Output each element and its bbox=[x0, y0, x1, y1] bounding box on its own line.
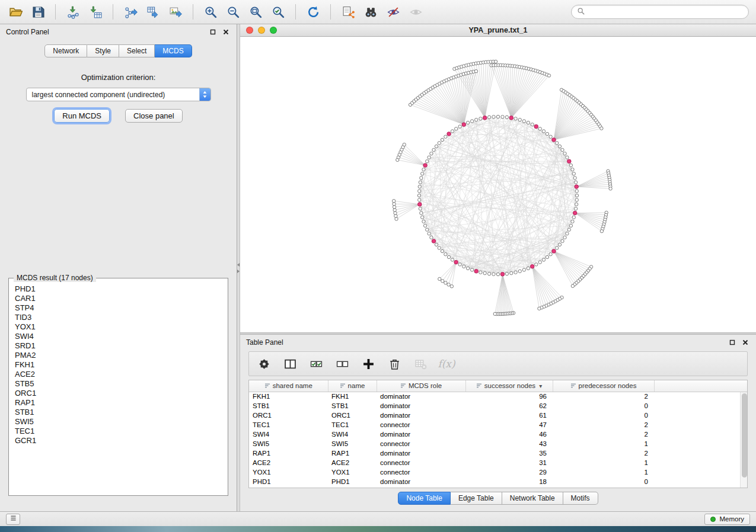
mcds-result-item[interactable]: STB1 bbox=[15, 408, 222, 417]
mcds-result-item[interactable]: PMA2 bbox=[15, 351, 222, 360]
cell-predecessor-nodes[interactable]: 2 bbox=[553, 430, 654, 439]
delete-button[interactable] bbox=[385, 355, 403, 373]
clear-table-button[interactable] bbox=[412, 355, 429, 373]
float-table-panel-button[interactable] bbox=[728, 338, 737, 347]
cell-shared-name[interactable]: FKH1 bbox=[249, 392, 328, 401]
cell-successor-nodes[interactable]: 31 bbox=[465, 458, 553, 467]
cell-name[interactable]: SWI5 bbox=[328, 439, 377, 448]
cell-successor-nodes[interactable]: 43 bbox=[465, 439, 553, 448]
tab-node-table[interactable]: Node Table bbox=[398, 492, 451, 505]
minimize-window-button[interactable] bbox=[258, 27, 265, 34]
mcds-result-item[interactable]: ORC1 bbox=[15, 389, 222, 398]
save-button[interactable] bbox=[27, 2, 49, 21]
memory-button[interactable]: Memory bbox=[704, 514, 750, 525]
table-row[interactable]: PHD1PHD1dominator180 bbox=[249, 477, 747, 486]
float-panel-button[interactable] bbox=[208, 27, 218, 37]
tab-network[interactable]: Network bbox=[44, 44, 87, 57]
import-table-button[interactable] bbox=[85, 2, 106, 21]
mcds-result-item[interactable]: STP4 bbox=[15, 303, 222, 313]
cell-mcds-role[interactable]: connector bbox=[377, 420, 465, 430]
table-row[interactable]: ACE2ACE2connector311 bbox=[249, 458, 747, 467]
cell-name[interactable]: TEC1 bbox=[328, 420, 377, 430]
cell-predecessor-nodes[interactable]: 2 bbox=[553, 392, 654, 401]
column-header-successor-nodes[interactable]: successor nodes▾ bbox=[465, 380, 553, 392]
cell-predecessor-nodes[interactable]: 0 bbox=[553, 477, 654, 486]
mcds-result-item[interactable]: RAP1 bbox=[15, 398, 222, 408]
function-button[interactable]: f(x) bbox=[438, 355, 455, 373]
zoom-fit-button[interactable] bbox=[245, 2, 266, 21]
table-row[interactable]: ORC1ORC1dominator610 bbox=[249, 411, 747, 420]
deselect-all-button[interactable] bbox=[333, 355, 351, 373]
table-row[interactable]: TEC1TEC1connector472 bbox=[249, 420, 747, 430]
mcds-result-item[interactable]: CAR1 bbox=[15, 294, 222, 303]
mcds-result-item[interactable]: YOX1 bbox=[15, 322, 222, 332]
zoom-window-button[interactable] bbox=[270, 27, 277, 34]
cell-predecessor-nodes[interactable]: 2 bbox=[553, 420, 654, 430]
cell-successor-nodes[interactable]: 47 bbox=[465, 420, 553, 430]
search-box[interactable] bbox=[571, 5, 749, 19]
network-graph[interactable] bbox=[240, 37, 756, 332]
cell-successor-nodes[interactable]: 62 bbox=[465, 401, 553, 411]
tab-motifs[interactable]: Motifs bbox=[563, 492, 598, 505]
cell-name[interactable]: YOX1 bbox=[328, 467, 377, 477]
cell-shared-name[interactable]: ACE2 bbox=[249, 458, 328, 467]
export-table-button[interactable] bbox=[142, 2, 164, 21]
table-row[interactable]: YOX1YOX1connector291 bbox=[249, 467, 747, 477]
tab-select[interactable]: Select bbox=[119, 44, 155, 57]
cell-successor-nodes[interactable]: 96 bbox=[465, 392, 553, 401]
refresh-button[interactable] bbox=[302, 2, 324, 21]
columns-button[interactable] bbox=[281, 355, 299, 373]
cell-shared-name[interactable]: RAP1 bbox=[249, 448, 328, 458]
mcds-result-item[interactable]: SRD1 bbox=[15, 341, 222, 351]
cell-predecessor-nodes[interactable]: 1 bbox=[553, 467, 654, 477]
table-row[interactable]: FKH1FKH1dominator962 bbox=[249, 392, 747, 401]
cell-predecessor-nodes[interactable]: 2 bbox=[553, 448, 654, 458]
mcds-result-item[interactable]: STB5 bbox=[15, 379, 222, 389]
cell-mcds-role[interactable]: dominator bbox=[377, 430, 465, 439]
cell-name[interactable]: ACE2 bbox=[328, 458, 377, 467]
cell-name[interactable]: ORC1 bbox=[328, 411, 377, 420]
mcds-result-item[interactable]: FKH1 bbox=[15, 360, 222, 370]
cell-mcds-role[interactable]: dominator bbox=[377, 401, 465, 411]
run-mcds-button[interactable]: Run MCDS bbox=[54, 109, 110, 123]
cell-name[interactable]: SWI4 bbox=[328, 430, 377, 439]
close-window-button[interactable] bbox=[246, 27, 253, 34]
close-panel-button[interactable] bbox=[221, 27, 231, 37]
cell-name[interactable]: RAP1 bbox=[328, 448, 377, 458]
zoom-in-button[interactable] bbox=[200, 2, 221, 21]
import-network-button[interactable] bbox=[62, 2, 84, 21]
mcds-result-item[interactable]: TEC1 bbox=[15, 427, 222, 436]
network-window-titlebar[interactable]: YPA_prune.txt_1 bbox=[240, 24, 756, 37]
cell-shared-name[interactable]: PHD1 bbox=[249, 477, 328, 486]
close-table-panel-button[interactable] bbox=[741, 338, 750, 347]
cell-shared-name[interactable]: STB1 bbox=[249, 401, 328, 411]
table-row[interactable]: STB1STB1dominator620 bbox=[249, 401, 747, 411]
mcds-result-item[interactable]: TID3 bbox=[15, 313, 222, 322]
table-scrollbar[interactable] bbox=[740, 392, 747, 488]
cell-name[interactable]: STB1 bbox=[328, 401, 377, 411]
column-header-mcds-role[interactable]: MCDS role bbox=[377, 380, 465, 392]
cell-successor-nodes[interactable]: 61 bbox=[465, 411, 553, 420]
cell-name[interactable]: FKH1 bbox=[328, 392, 377, 401]
zoom-selected-button[interactable] bbox=[267, 2, 289, 21]
add-button[interactable] bbox=[359, 355, 377, 373]
close-panel-button-mcds[interactable]: Close panel bbox=[125, 109, 183, 123]
tab-style[interactable]: Style bbox=[87, 44, 119, 57]
share-document-button[interactable] bbox=[337, 2, 359, 21]
cell-shared-name[interactable]: ORC1 bbox=[249, 411, 328, 420]
table-row[interactable]: SWI4SWI4dominator462 bbox=[249, 430, 747, 439]
export-network-button[interactable] bbox=[120, 2, 141, 21]
mcds-result-item[interactable]: ACE2 bbox=[15, 370, 222, 379]
cell-predecessor-nodes[interactable]: 1 bbox=[553, 458, 654, 467]
table-scrollbar-thumb[interactable] bbox=[742, 393, 747, 477]
column-header-shared-name[interactable]: shared name bbox=[249, 380, 328, 392]
export-image-button[interactable] bbox=[165, 2, 186, 21]
task-history-button[interactable] bbox=[6, 514, 20, 525]
cell-mcds-role[interactable]: connector bbox=[377, 467, 465, 477]
network-canvas[interactable] bbox=[240, 37, 756, 332]
cell-shared-name[interactable]: SWI4 bbox=[249, 430, 328, 439]
cell-mcds-role[interactable]: dominator bbox=[377, 392, 465, 401]
cell-successor-nodes[interactable]: 46 bbox=[465, 430, 553, 439]
open-button[interactable] bbox=[5, 2, 26, 21]
cell-mcds-role[interactable]: connector bbox=[377, 439, 465, 448]
